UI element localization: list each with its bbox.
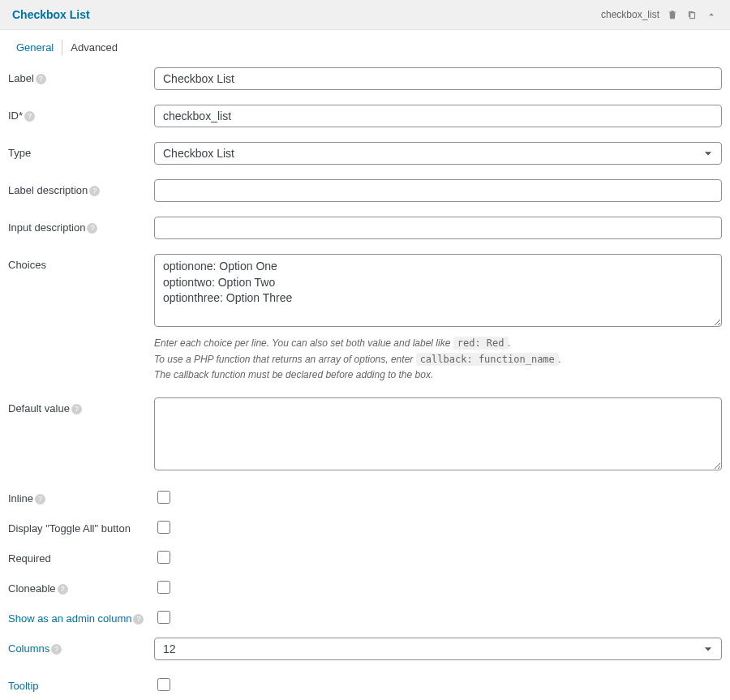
label-tooltip[interactable]: Tooltip bbox=[8, 675, 154, 692]
row-required: Required bbox=[8, 548, 722, 566]
label-cloneable: Cloneable? bbox=[8, 578, 154, 595]
label-columns[interactable]: Columns? bbox=[8, 638, 154, 655]
row-id: ID*? bbox=[8, 105, 722, 127]
help-icon[interactable]: ? bbox=[87, 223, 97, 234]
help-icon[interactable]: ? bbox=[35, 494, 45, 505]
choices-hint: Enter each choice per line. You can also… bbox=[154, 336, 722, 383]
label-required: Required bbox=[8, 548, 154, 565]
admin-column-checkbox[interactable] bbox=[157, 611, 170, 624]
label-description-input[interactable] bbox=[154, 179, 722, 202]
row-tooltip: Tooltip bbox=[8, 675, 722, 694]
row-admin-column: Show as an admin column? bbox=[8, 608, 722, 626]
toggle-all-checkbox[interactable] bbox=[157, 521, 170, 534]
label-toggle-all: Display "Toggle All" button bbox=[8, 517, 154, 535]
label-label: Label? bbox=[8, 67, 154, 84]
label-label-description: Label description? bbox=[8, 179, 154, 196]
columns-select[interactable]: 12 bbox=[154, 638, 722, 660]
choices-textarea[interactable] bbox=[154, 254, 722, 327]
row-cloneable: Cloneable? bbox=[8, 578, 722, 596]
id-input[interactable] bbox=[154, 105, 722, 127]
label-admin-column[interactable]: Show as an admin column? bbox=[8, 608, 154, 625]
help-icon[interactable]: ? bbox=[133, 614, 144, 625]
row-type: Type Checkbox List bbox=[8, 142, 722, 165]
row-label-description: Label description? bbox=[8, 179, 722, 202]
tabs: General Advanced bbox=[0, 30, 730, 55]
collapse-icon[interactable] bbox=[705, 8, 718, 21]
type-select[interactable]: Checkbox List bbox=[154, 142, 722, 165]
label-type: Type bbox=[8, 142, 154, 159]
row-input-description: Input description? bbox=[8, 217, 722, 239]
label-inline: Inline? bbox=[8, 487, 154, 505]
label-choices: Choices bbox=[8, 254, 154, 271]
input-description-input[interactable] bbox=[154, 217, 722, 239]
trash-icon[interactable] bbox=[666, 8, 679, 21]
row-inline: Inline? bbox=[8, 487, 722, 506]
label-id: ID*? bbox=[8, 105, 154, 122]
help-icon[interactable]: ? bbox=[24, 111, 35, 122]
help-icon[interactable]: ? bbox=[58, 584, 68, 595]
panel-header: Checkbox List checkbox_list bbox=[0, 0, 730, 30]
tab-general[interactable]: General bbox=[8, 40, 62, 55]
default-value-textarea[interactable] bbox=[154, 397, 722, 470]
help-icon[interactable]: ? bbox=[71, 404, 82, 414]
duplicate-icon[interactable] bbox=[685, 8, 698, 21]
row-toggle-all: Display "Toggle All" button bbox=[8, 517, 722, 536]
row-default-value: Default value? bbox=[8, 397, 722, 473]
row-label: Label? bbox=[8, 67, 722, 90]
inline-checkbox[interactable] bbox=[157, 491, 170, 504]
tooltip-checkbox[interactable] bbox=[157, 678, 170, 691]
panel-title: Checkbox List bbox=[12, 8, 90, 21]
help-icon[interactable]: ? bbox=[89, 186, 100, 196]
header-actions: checkbox_list bbox=[601, 8, 718, 21]
help-icon[interactable]: ? bbox=[51, 644, 62, 655]
required-checkbox[interactable] bbox=[157, 551, 170, 564]
header-id-display: checkbox_list bbox=[601, 9, 659, 20]
cloneable-checkbox[interactable] bbox=[157, 581, 170, 594]
tab-advanced[interactable]: Advanced bbox=[62, 40, 126, 55]
label-default-value: Default value? bbox=[8, 397, 154, 414]
row-columns: Columns? 12 bbox=[8, 638, 722, 660]
label-input[interactable] bbox=[154, 67, 722, 90]
help-icon[interactable]: ? bbox=[36, 74, 46, 84]
form-body: Label? ID*? Type Checkbox List Label des… bbox=[0, 55, 730, 700]
row-choices: Choices Enter each choice per line. You … bbox=[8, 254, 722, 383]
label-input-description: Input description? bbox=[8, 217, 154, 234]
